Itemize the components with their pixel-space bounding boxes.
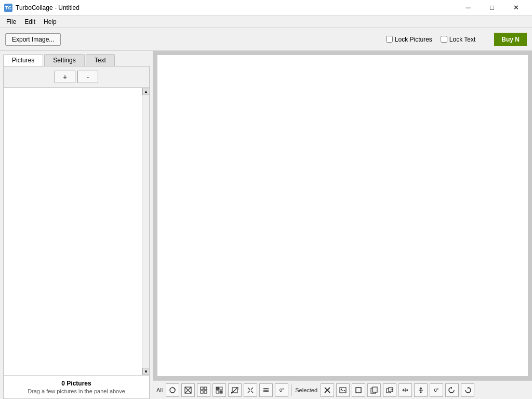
canvas-area: All [153, 51, 532, 399]
scrollbar-down[interactable]: ▼ [142, 368, 149, 375]
app-title: TurboCollage - Untitled [16, 4, 79, 11]
all-rotate-cw-button[interactable]: 0° [275, 383, 288, 397]
menu-bar: File Edit Help [0, 16, 532, 28]
lock-pictures-option[interactable]: Lock Pictures [386, 36, 432, 43]
menu-file[interactable]: File [2, 17, 20, 26]
lock-text-option[interactable]: Lock Text [441, 36, 475, 43]
toolbar-separator [291, 384, 292, 396]
all-grid-fill-button[interactable] [212, 383, 226, 397]
rotate-cw-icon [464, 387, 471, 394]
resize-icon [231, 387, 238, 394]
copy-icon [370, 387, 378, 394]
scrollbar[interactable]: ▲ ▼ [142, 88, 149, 375]
title-bar-left: TC TurboCollage - Untitled [4, 4, 79, 12]
svg-rect-18 [340, 388, 346, 393]
sel-crop-icon [355, 387, 362, 394]
rotate-ccw-icon [448, 387, 456, 394]
main-content: Pictures Settings Text + - ▲ ▼ 0 Picture… [0, 51, 532, 399]
lock-pictures-label: Lock Pictures [395, 36, 432, 43]
lock-text-checkbox[interactable] [441, 36, 447, 43]
all-resize-button[interactable] [228, 383, 242, 397]
svg-rect-9 [220, 387, 222, 390]
tab-settings[interactable]: Settings [44, 54, 84, 66]
sel-delete-button[interactable] [321, 383, 334, 397]
svg-rect-5 [204, 387, 207, 390]
scrollbar-up[interactable]: ▲ [142, 88, 149, 95]
picture-list: ▲ ▼ [4, 88, 149, 375]
close-button[interactable]: ✕ [504, 0, 528, 16]
all-collapse-button[interactable] [244, 383, 257, 397]
all-crop-cross-button[interactable] [181, 383, 195, 397]
add-picture-button[interactable]: + [55, 71, 75, 83]
image-icon [339, 387, 347, 394]
rotate-circle-icon [169, 387, 176, 394]
remove-picture-button[interactable]: - [77, 71, 98, 83]
svg-rect-7 [204, 391, 207, 393]
sel-rotate-ccw-button[interactable] [445, 383, 459, 397]
svg-rect-8 [216, 387, 219, 390]
main-toolbar: Export Image... Lock Pictures Lock Text … [0, 28, 532, 51]
bottom-toolbar: All [153, 380, 532, 399]
tab-text[interactable]: Text [86, 54, 115, 66]
title-bar: TC TurboCollage - Untitled ─ □ ✕ [0, 0, 532, 16]
all-equal-button[interactable] [259, 383, 273, 397]
crop-cross-icon [184, 387, 192, 394]
sel-resize-h-button[interactable] [398, 383, 412, 397]
lock-pictures-checkbox[interactable] [386, 36, 393, 43]
all-label: All [156, 387, 163, 393]
sel-rotate-cw-button[interactable] [461, 383, 474, 397]
grid-icon [200, 387, 207, 394]
delete-icon [324, 387, 331, 394]
picture-controls: + - [4, 66, 149, 88]
collapse-icon [247, 387, 254, 394]
sel-copy-button[interactable] [367, 383, 381, 397]
rotate-cw-label: 0° [280, 388, 284, 393]
menu-help[interactable]: Help [39, 17, 61, 26]
sel-forward-button[interactable] [383, 383, 396, 397]
all-rotate-circle-button[interactable] [166, 383, 179, 397]
svg-rect-20 [356, 388, 361, 393]
svg-rect-22 [373, 387, 377, 392]
tab-pictures[interactable]: Pictures [3, 54, 43, 66]
left-panel: Pictures Settings Text + - ▲ ▼ 0 Picture… [0, 51, 153, 399]
canvas-content [153, 51, 532, 380]
sel-crop-button[interactable] [352, 383, 365, 397]
minimize-button[interactable]: ─ [456, 0, 480, 16]
picture-hint: Drag a few pictures in the panel above [8, 388, 145, 394]
svg-rect-6 [201, 391, 203, 393]
canvas-white[interactable] [157, 55, 528, 376]
title-bar-controls: ─ □ ✕ [456, 0, 528, 16]
sel-resize-v-button[interactable] [414, 383, 428, 397]
lock-text-label: Lock Text [449, 36, 475, 43]
sel-rotation-label: 0° [434, 388, 439, 393]
selected-label: Selected [295, 387, 317, 393]
lock-options: Lock Pictures Lock Text Buy N [386, 33, 527, 46]
buy-now-button[interactable]: Buy N [494, 33, 527, 46]
export-image-button[interactable]: Export Image... [5, 33, 61, 46]
svg-rect-11 [220, 391, 222, 393]
svg-rect-4 [201, 387, 203, 390]
app-icon: TC [4, 4, 12, 12]
tabs: Pictures Settings Text [0, 51, 153, 66]
resize-h-icon [402, 387, 409, 394]
grid-fill-icon [216, 387, 223, 394]
resize-v-icon [417, 387, 424, 394]
tab-content: + - ▲ ▼ 0 Pictures Drag a few pictures i… [3, 66, 150, 399]
equal-icon [262, 387, 270, 394]
all-grid-button[interactable] [197, 383, 210, 397]
maximize-button[interactable]: □ [480, 0, 504, 16]
sel-rotate-num-button[interactable]: 0° [430, 383, 443, 397]
sel-image-button[interactable] [336, 383, 350, 397]
picture-count-area: 0 Pictures Drag a few pictures in the pa… [4, 375, 149, 398]
picture-count: 0 Pictures [8, 380, 145, 387]
forward-icon [386, 387, 393, 394]
svg-rect-10 [216, 391, 219, 393]
menu-edit[interactable]: Edit [20, 17, 39, 26]
